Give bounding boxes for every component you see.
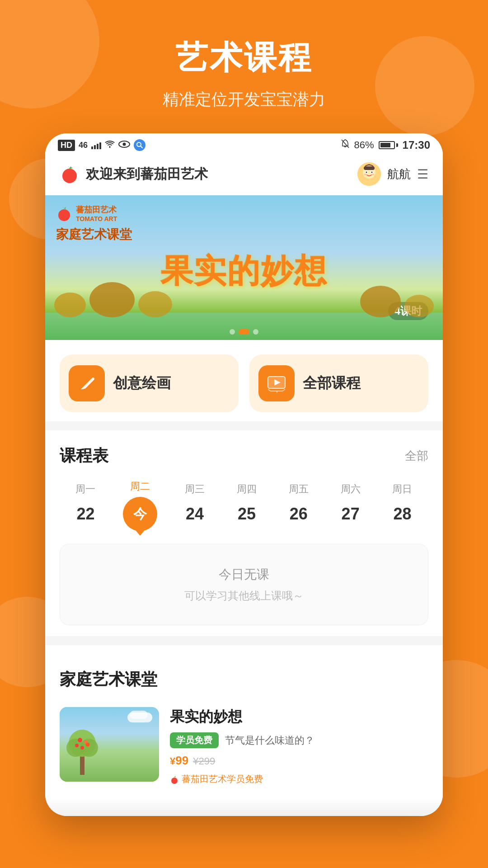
no-class-box: 今日无课 可以学习其他线上课哦～ (60, 544, 428, 625)
banner-brand-en: TOMATO ART (76, 215, 117, 222)
battery-percent: 86% (354, 139, 374, 151)
battery-icon (379, 141, 398, 149)
all-courses-btn[interactable]: 全部课程 (249, 354, 428, 412)
weekday-label-tue: 周二 (130, 480, 150, 493)
today-circle: 今 (123, 497, 157, 531)
app-logo-area: 欢迎来到蕃茄田艺术 (60, 164, 208, 184)
no-class-line1: 今日无课 (78, 566, 410, 583)
creative-drawing-btn[interactable]: 创意绘画 (60, 354, 239, 412)
price-note: 蕃茄田艺术学员免费 (170, 773, 428, 785)
family-art-section: 家庭艺术课堂 (45, 654, 443, 798)
weekday-num-sun: 28 (388, 500, 417, 528)
svg-point-5 (62, 169, 77, 183)
svg-line-3 (141, 146, 142, 148)
weekday-label-sun: 周日 (392, 482, 412, 496)
weekday-row: 周一 22 周二 今 周三 24 周四 25 (60, 480, 428, 531)
weekday-sat[interactable]: 周六 27 (336, 482, 365, 528)
weekday-label-mon: 周一 (75, 482, 95, 496)
hd-badge: HD (58, 140, 75, 151)
svg-point-13 (371, 174, 374, 175)
weekday-num-mon: 22 (71, 500, 100, 528)
no-class-line2: 可以学习其他线上课哦～ (78, 589, 410, 603)
course-card[interactable]: 果实的妙想 学员免费 节气是什么味道的？ ¥99 ¥299 (60, 703, 428, 789)
svg-rect-14 (364, 166, 375, 170)
weekday-fri[interactable]: 周五 26 (284, 482, 313, 528)
banner-subtitle: 家庭艺术课堂 (56, 226, 132, 243)
svg-point-15 (58, 209, 70, 221)
svg-point-24 (78, 738, 82, 742)
svg-point-27 (86, 743, 90, 747)
status-bar: HD 46 (45, 133, 443, 155)
menu-icon[interactable]: ☰ (417, 167, 428, 182)
courses-label: 全部课程 (303, 373, 361, 393)
svg-point-26 (75, 744, 79, 747)
course-info: 果实的妙想 学员免费 节气是什么味道的？ ¥99 ¥299 (170, 707, 428, 785)
section-divider-1 (45, 421, 443, 430)
courses-play-icon (258, 365, 295, 401)
svg-point-10 (366, 172, 367, 173)
schedule-title: 课程表 (60, 445, 108, 467)
user-avatar (357, 162, 381, 186)
weekday-label-wed: 周三 (185, 482, 205, 496)
app-topbar: 欢迎来到蕃茄田艺术 航航 ☰ (45, 155, 443, 195)
page-header: 艺术课程 精准定位开发宝宝潜力 (0, 0, 488, 133)
price-tomato-icon (170, 775, 179, 784)
bottom-fade (45, 798, 443, 816)
price-row: ¥99 ¥299 (170, 754, 428, 768)
dot-1[interactable] (230, 329, 235, 335)
banner-brand-cn: 蕃茄田艺术 (76, 204, 117, 215)
drawing-label: 创意绘画 (113, 373, 171, 393)
svg-point-12 (364, 174, 367, 175)
network-4g: 46 (79, 141, 88, 150)
wifi-icon (105, 140, 115, 151)
weekday-label-fri: 周五 (289, 482, 309, 496)
weekday-sun[interactable]: 周日 28 (388, 482, 417, 528)
banner-slide: 蕃茄田艺术 TOMATO ART 家庭艺术课堂 果实的妙想 4课时 (45, 195, 443, 340)
weekday-mon[interactable]: 周一 22 (71, 482, 100, 528)
svg-point-28 (80, 746, 84, 750)
drawing-icon (69, 365, 105, 401)
family-art-header: 家庭艺术课堂 (60, 669, 428, 691)
free-tag: 学员免费 (170, 732, 219, 748)
thumbnail-tree-icon (64, 723, 100, 777)
quick-nav: 创意绘画 全部课程 (45, 340, 443, 421)
eye-icon (118, 140, 130, 151)
price-currency-new: ¥99 (170, 754, 188, 768)
schedule-link[interactable]: 全部 (405, 448, 428, 464)
hay-decoration (45, 282, 443, 317)
schedule-section: 课程表 全部 周一 22 周二 今 周三 24 (45, 430, 443, 636)
weekday-num-wed: 24 (180, 500, 209, 528)
app-welcome-text: 欢迎来到蕃茄田艺术 (86, 165, 208, 184)
course-tag-row: 学员免费 节气是什么味道的？ (170, 732, 428, 748)
mute-icon (341, 139, 350, 151)
page-subtitle: 精准定位开发宝宝潜力 (18, 89, 470, 111)
dot-2[interactable] (239, 329, 249, 335)
weekday-tue[interactable]: 周二 今 (123, 480, 157, 531)
app-user-area[interactable]: 航航 ☰ (357, 162, 428, 186)
user-name-text: 航航 (387, 166, 411, 182)
dot-3[interactable] (253, 329, 258, 335)
search-status-icon (134, 139, 145, 151)
schedule-header: 课程表 全部 (60, 445, 428, 467)
banner-area[interactable]: 蕃茄田艺术 TOMATO ART 家庭艺术课堂 果实的妙想 4课时 (45, 195, 443, 340)
page-title: 艺术课程 (18, 36, 470, 80)
course-desc: 节气是什么味道的？ (225, 734, 314, 747)
weekday-label-thu: 周四 (237, 482, 257, 496)
weekday-num-sat: 27 (336, 500, 365, 528)
section-divider-2 (45, 636, 443, 645)
banner-dots (230, 329, 258, 335)
svg-point-29 (171, 778, 178, 784)
weekday-wed[interactable]: 周三 24 (180, 482, 209, 528)
course-thumbnail (60, 707, 159, 782)
status-right: 86% 17:30 (341, 139, 430, 151)
price-old: ¥299 (193, 755, 215, 767)
weekday-thu[interactable]: 周四 25 (232, 482, 261, 528)
phone-frame: HD 46 (45, 133, 443, 816)
svg-point-16 (92, 377, 94, 380)
status-left: HD 46 (58, 139, 145, 151)
weekday-num-fri: 26 (284, 500, 313, 528)
weekday-num-thu: 25 (232, 500, 261, 528)
family-art-title: 家庭艺术课堂 (60, 669, 157, 691)
banner-brand-logo (56, 205, 72, 222)
svg-point-1 (123, 142, 126, 146)
